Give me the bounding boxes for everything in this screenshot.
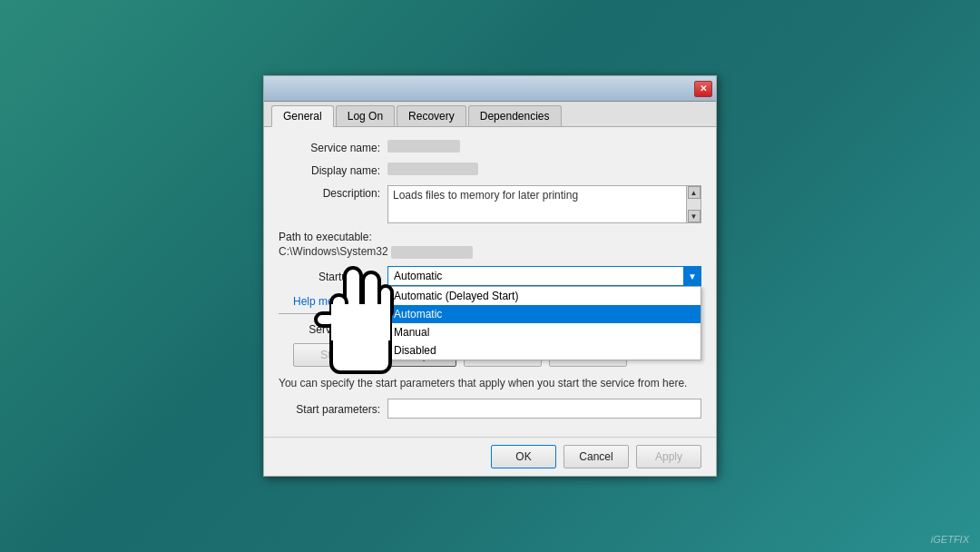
path-value: C:\Windows\System32 <box>279 245 701 259</box>
description-box: Loads files to memory for later printing… <box>387 185 701 223</box>
scroll-up-btn[interactable]: ▲ <box>688 186 701 199</box>
service-name-blurred <box>387 140 460 153</box>
description-text: Loads files to memory for later printing <box>393 189 578 202</box>
display-name-value <box>387 163 701 178</box>
tab-bar: General Log On Recovery Dependencies <box>264 102 716 127</box>
dropdown-item-automatic[interactable]: Automatic <box>388 305 701 323</box>
general-tab-content: Service name: Display name: Description:… <box>264 127 716 437</box>
service-name-value <box>387 140 701 155</box>
path-label: Path to executable: <box>279 231 701 243</box>
watermark: iGETFIX <box>931 534 969 545</box>
path-row: Path to executable: C:\Windows\System32 <box>279 231 701 259</box>
display-name-label: Display name: <box>279 163 387 177</box>
startup-type-label: Startup type: <box>279 269 387 283</box>
startup-type-dropdown[interactable]: Automatic <box>387 266 701 286</box>
dropdown-item-disabled[interactable]: Disabled <box>388 341 701 360</box>
dropdown-item-automatic-delayed[interactable]: Automatic (Delayed Start) <box>388 287 701 305</box>
startup-dropdown-container: Automatic ▼ Automatic (Delayed Start) Au… <box>387 266 701 286</box>
ok-button[interactable]: OK <box>491 445 556 468</box>
display-name-blurred <box>387 163 478 175</box>
dropdown-arrow-icon[interactable]: ▼ <box>683 266 701 286</box>
dialog-window: ✕ General Log On Recovery Dependencies S… <box>263 75 717 477</box>
cancel-button[interactable]: Cancel <box>564 445 629 468</box>
tab-general[interactable]: General <box>271 105 334 127</box>
bottom-button-bar: OK Cancel Apply <box>264 437 716 476</box>
service-name-label: Service name: <box>279 140 387 154</box>
tab-recovery[interactable]: Recovery <box>397 105 466 126</box>
start-params-row: Start parameters: <box>279 399 701 419</box>
scroll-down-btn[interactable]: ▼ <box>688 210 701 222</box>
start-button[interactable]: Start <box>293 343 371 367</box>
titlebar: ✕ <box>264 76 716 102</box>
startup-type-selected: Automatic <box>394 270 442 282</box>
startup-type-row: Startup type: Automatic ▼ Automatic (Del… <box>279 266 701 286</box>
dropdown-item-manual[interactable]: Manual <box>388 323 701 341</box>
path-prefix: C:\Windows\System32 <box>279 245 388 258</box>
start-params-input[interactable] <box>387 399 701 419</box>
background: ✕ General Log On Recovery Dependencies S… <box>0 0 980 552</box>
description-label: Description: <box>279 185 387 200</box>
apply-button[interactable]: Apply <box>636 445 701 468</box>
description-scrollbar: ▲ ▼ <box>686 186 701 222</box>
service-status-label: Service status: <box>279 321 387 336</box>
info-text: You can specify the start parameters tha… <box>279 376 701 391</box>
startup-dropdown-menu: Automatic (Delayed Start) Automatic Manu… <box>387 286 701 360</box>
tab-logon[interactable]: Log On <box>336 105 395 126</box>
start-params-label: Start parameters: <box>279 401 387 416</box>
display-name-row: Display name: <box>279 163 701 178</box>
help-configure-link[interactable]: Help me configure s... <box>293 295 399 308</box>
tab-dependencies[interactable]: Dependencies <box>468 105 562 126</box>
service-name-row: Service name: <box>279 140 701 155</box>
close-button[interactable]: ✕ <box>694 81 712 97</box>
description-row: Description: Loads files to memory for l… <box>279 185 701 223</box>
path-blurred <box>391 246 473 259</box>
